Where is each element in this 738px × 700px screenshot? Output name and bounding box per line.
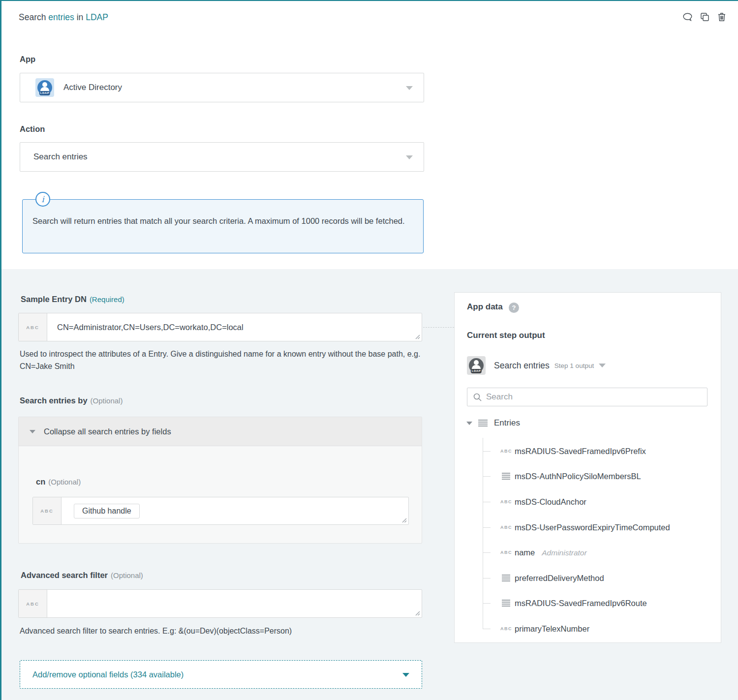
copy-icon[interactable] — [699, 11, 710, 22]
tree-root-label: Entries — [494, 418, 520, 428]
datapill-label: msRADIUS-SavedFramedIpv6Route — [515, 599, 647, 608]
step-title-object-link[interactable]: entries — [48, 12, 74, 22]
datapill-github-handle[interactable]: Github handle — [74, 504, 140, 518]
list-icon — [500, 473, 513, 480]
datapill-label: msDS-AuthNPolicySiloMembersBL — [515, 472, 641, 481]
add-remove-optional-fields-button[interactable]: Add/remove optional fields (334 availabl… — [20, 660, 422, 689]
advanced-filter-help: Advanced search filter to search entries… — [20, 625, 421, 637]
trash-icon[interactable] — [716, 11, 727, 22]
sample-entry-dn-help: Used to introspect the attributes of a E… — [20, 348, 421, 372]
chevron-down-icon — [406, 155, 413, 159]
current-step-output-title: Current step output — [467, 331, 545, 340]
datapill-msDS-UserPasswordExpiryTimeComputed[interactable]: ABCmsDS-UserPasswordExpiryTimeComputed — [455, 515, 721, 540]
datapill-msRADIUS-SavedFramedIpv6Route[interactable]: msRADIUS-SavedFramedIpv6Route — [455, 591, 721, 616]
advanced-filter-input[interactable]: ABC — [18, 589, 422, 618]
cn-field-label: cn(Optional) — [36, 477, 81, 487]
collapse-arrow-icon — [30, 430, 35, 433]
chevron-down-icon — [402, 673, 409, 677]
list-icon — [502, 575, 510, 581]
optional-tag: (Optional) — [111, 571, 143, 579]
action-select-value: Search entries — [33, 152, 88, 162]
ldap-app-icon: LDAP — [35, 78, 54, 97]
tree-connector-tick — [483, 502, 491, 502]
ldap-app-icon: LDAP — [467, 356, 486, 375]
tree-connector-tick — [483, 476, 491, 477]
resize-grip-icon[interactable] — [415, 610, 420, 616]
datapill-label: msRADIUS-SavedFramedIpv6Prefix — [515, 446, 646, 456]
required-tag: (Required) — [90, 295, 124, 304]
step-output-name: Search entries — [494, 361, 550, 371]
datapill-msDS-AuthNPolicySiloMembersBL[interactable]: msDS-AuthNPolicySiloMembersBL — [455, 464, 721, 489]
chevron-down-icon — [406, 86, 413, 90]
app-data-search — [467, 388, 707, 406]
step-config-section: Sample Entry DN(Required) ABC CN=Adminis… — [1, 269, 738, 700]
step-title: Search entries in LDAP — [19, 12, 108, 23]
info-banner-text: Search will return entries that match al… — [32, 214, 414, 228]
tree-items: ABCmsRADIUS-SavedFramedIpv6PrefixmsDS-Au… — [455, 438, 721, 641]
text-icon: ABC — [500, 626, 513, 631]
resize-grip-icon[interactable] — [415, 334, 420, 339]
datapill-sample-value: Administrator — [542, 548, 586, 557]
datapill-label: preferredDeliveryMethod — [515, 573, 604, 582]
advanced-filter-label: Advanced search filter(Optional) — [21, 571, 143, 580]
tree-connector-tick — [483, 552, 491, 553]
text-type-icon: ABC — [19, 313, 47, 341]
tree-connector-tick — [483, 451, 491, 452]
search-input[interactable] — [467, 388, 707, 406]
optional-tag: (Optional) — [48, 478, 81, 486]
text-icon: ABC — [500, 626, 512, 631]
app-select[interactable]: LDAP Active Directory — [20, 73, 424, 102]
collapse-arrow-icon — [466, 422, 472, 425]
sample-entry-dn-input[interactable]: ABC CN=Administrator,CN=Users,DC=workato… — [18, 313, 422, 341]
tree-connector-tick — [483, 578, 491, 578]
step-toolbar — [682, 11, 727, 22]
app-field-label: App — [20, 55, 35, 64]
text-type-icon: ABC — [33, 497, 62, 524]
action-field-label: Action — [20, 124, 45, 134]
list-icon — [500, 575, 513, 581]
info-banner: i Search will return entries that match … — [22, 199, 424, 253]
datapill-preferredDeliveryMethod[interactable]: preferredDeliveryMethod — [455, 565, 721, 591]
sample-entry-dn-value: CN=Administrator,CN=Users,DC=workato,DC=… — [57, 323, 244, 332]
ldap-icon-label: LDAP — [471, 369, 482, 373]
question-icon[interactable]: ? — [509, 303, 519, 313]
text-icon: ABC — [500, 449, 513, 454]
text-type-icon: ABC — [19, 590, 47, 617]
text-icon: ABC — [500, 525, 512, 530]
search-entries-by-label: Search entries by(Optional) — [20, 396, 123, 405]
step-title-app-link[interactable]: LDAP — [86, 12, 108, 22]
datapill-msRADIUS-SavedFramedIpv6Prefix[interactable]: ABCmsRADIUS-SavedFramedIpv6Prefix — [455, 438, 721, 464]
collapse-fields-toggle[interactable]: Collapse all search entries by fields — [19, 417, 422, 446]
datapill-msDS-CloudAnchor[interactable]: ABCmsDS-CloudAnchor — [455, 489, 721, 515]
text-icon: ABC — [500, 499, 513, 504]
cn-input[interactable]: ABC Github handle — [32, 497, 409, 525]
text-icon: ABC — [500, 525, 513, 530]
step-title-in: in — [77, 12, 84, 22]
list-icon — [502, 600, 510, 607]
app-data-title: App data — [467, 302, 503, 312]
app-data-panel: App data ? Current step output LDAP Sear… — [454, 292, 721, 643]
search-icon — [473, 393, 482, 402]
comment-icon[interactable] — [682, 11, 693, 22]
info-icon: i — [35, 192, 50, 207]
datapill-label: msDS-CloudAnchor — [515, 497, 586, 506]
list-icon — [478, 420, 488, 427]
search-entries-by-label-text: Search entries by — [20, 396, 88, 405]
datapill-label: msDS-UserPasswordExpiryTimeComputed — [515, 522, 670, 532]
text-icon: ABC — [500, 499, 512, 504]
advanced-filter-label-text: Advanced search filter — [21, 571, 108, 579]
step-output-selector[interactable]: LDAP Search entries Step 1 output — [467, 356, 606, 375]
datapill-primaryTelexNumber[interactable]: ABCprimaryTelexNumber — [455, 616, 721, 641]
action-select[interactable]: Search entries — [20, 142, 424, 172]
app-select-value: Active Directory — [63, 83, 122, 92]
recipe-step-editor: Search entries in LDAP — [0, 0, 738, 700]
ldap-icon-label: LDAP — [39, 91, 50, 95]
tree-node-entries[interactable]: Entries — [466, 418, 520, 428]
sample-entry-dn-label: Sample Entry DN(Required) — [21, 295, 124, 304]
collapse-toggle-label: Collapse all search entries by fields — [44, 427, 171, 436]
datapill-name[interactable]: ABCnameAdministrator — [455, 540, 721, 565]
tree-connector-tick — [483, 629, 491, 629]
text-icon: ABC — [500, 550, 513, 555]
chevron-down-icon — [599, 364, 606, 367]
resize-grip-icon[interactable] — [401, 517, 407, 523]
